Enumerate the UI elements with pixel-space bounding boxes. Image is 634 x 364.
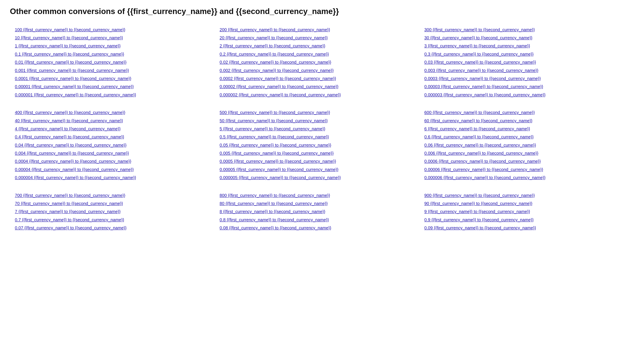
link-item[interactable]: 100 {{first_currency_name}} to {{second_… — [15, 26, 210, 34]
link-item[interactable]: 0.00004 {{first_currency_name}} to {{sec… — [15, 166, 210, 174]
link-item[interactable]: 0.00003 {{first_currency_name}} to {{sec… — [424, 82, 619, 91]
column-2-2: 500 {{first_currency_name}} to {{second_… — [215, 107, 419, 185]
link-item[interactable]: 200 {{first_currency_name}} to {{second_… — [220, 26, 414, 34]
column-1-1: 100 {{first_currency_name}} to {{second_… — [10, 24, 215, 102]
link-item[interactable]: 0.1 {{first_currency_name}} to {{second_… — [15, 50, 210, 58]
link-item[interactable]: 0.0004 {{first_currency_name}} to {{seco… — [15, 157, 210, 165]
link-item[interactable]: 8 {{first_currency_name}} to {{second_cu… — [220, 208, 414, 216]
link-item[interactable]: 0.09 {{first_currency_name}} to {{second… — [424, 224, 619, 232]
column-2-3: 600 {{first_currency_name}} to {{second_… — [419, 107, 624, 185]
link-item[interactable]: 0.000006 {{first_currency_name}} to {{se… — [424, 174, 619, 182]
link-item[interactable]: 0.5 {{first_currency_name}} to {{second_… — [220, 133, 414, 141]
link-item[interactable]: 50 {{first_currency_name}} to {{second_c… — [220, 117, 414, 125]
link-item[interactable]: 6 {{first_currency_name}} to {{second_cu… — [424, 125, 619, 133]
link-item[interactable]: 700 {{first_currency_name}} to {{second_… — [15, 192, 210, 200]
link-item[interactable]: 2 {{first_currency_name}} to {{second_cu… — [220, 42, 414, 50]
link-item[interactable]: 4 {{first_currency_name}} to {{second_cu… — [15, 125, 210, 133]
link-item[interactable]: 0.0001 {{first_currency_name}} to {{seco… — [15, 74, 210, 82]
link-item[interactable]: 500 {{first_currency_name}} to {{second_… — [220, 108, 414, 116]
link-item[interactable]: 0.3 {{first_currency_name}} to {{second_… — [424, 50, 619, 58]
column-1-3: 300 {{first_currency_name}} to {{second_… — [419, 24, 624, 102]
link-item[interactable]: 0.01 {{first_currency_name}} to {{second… — [15, 58, 210, 66]
link-item[interactable]: 300 {{first_currency_name}} to {{second_… — [424, 26, 619, 34]
link-item[interactable]: 0.04 {{first_currency_name}} to {{second… — [15, 141, 210, 149]
section-1: 100 {{first_currency_name}} to {{second_… — [10, 24, 624, 102]
link-item[interactable]: 0.02 {{first_currency_name}} to {{second… — [220, 58, 414, 66]
link-item[interactable]: 5 {{first_currency_name}} to {{second_cu… — [220, 125, 414, 133]
link-item[interactable]: 400 {{first_currency_name}} to {{second_… — [15, 108, 210, 116]
link-item[interactable]: 1 {{first_currency_name}} to {{second_cu… — [15, 42, 210, 50]
link-item[interactable]: 0.8 {{first_currency_name}} to {{second_… — [220, 216, 414, 224]
link-item[interactable]: 0.6 {{first_currency_name}} to {{second_… — [424, 133, 619, 141]
link-item[interactable]: 800 {{first_currency_name}} to {{second_… — [220, 192, 414, 200]
link-item[interactable]: 0.0002 {{first_currency_name}} to {{seco… — [220, 74, 414, 82]
link-item[interactable]: 7 {{first_currency_name}} to {{second_cu… — [15, 208, 210, 216]
link-item[interactable]: 0.001 {{first_currency_name}} to {{secon… — [15, 66, 210, 74]
link-item[interactable]: 90 {{first_currency_name}} to {{second_c… — [424, 200, 619, 208]
link-item[interactable]: 0.7 {{first_currency_name}} to {{second_… — [15, 216, 210, 224]
page-title: Other common conversions of {{first_curr… — [10, 6, 624, 16]
section-2: 400 {{first_currency_name}} to {{second_… — [10, 107, 624, 185]
link-item[interactable]: 0.000005 {{first_currency_name}} to {{se… — [220, 174, 414, 182]
link-item[interactable]: 600 {{first_currency_name}} to {{second_… — [424, 108, 619, 116]
column-3-1: 700 {{first_currency_name}} to {{second_… — [10, 190, 215, 236]
link-item[interactable]: 10 {{first_currency_name}} to {{second_c… — [15, 34, 210, 42]
link-item[interactable]: 3 {{first_currency_name}} to {{second_cu… — [424, 42, 619, 50]
link-item[interactable]: 0.08 {{first_currency_name}} to {{second… — [220, 224, 414, 232]
link-item[interactable]: 0.002 {{first_currency_name}} to {{secon… — [220, 66, 414, 74]
column-1-2: 200 {{first_currency_name}} to {{second_… — [215, 24, 419, 102]
link-item[interactable]: 0.00005 {{first_currency_name}} to {{sec… — [220, 166, 414, 174]
link-item[interactable]: 60 {{first_currency_name}} to {{second_c… — [424, 117, 619, 125]
link-item[interactable]: 0.000001 {{first_currency_name}} to {{se… — [15, 91, 210, 99]
link-item[interactable]: 0.07 {{first_currency_name}} to {{second… — [15, 224, 210, 232]
link-item[interactable]: 0.0003 {{first_currency_name}} to {{seco… — [424, 74, 619, 82]
column-3-2: 800 {{first_currency_name}} to {{second_… — [215, 190, 419, 236]
link-item[interactable]: 0.9 {{first_currency_name}} to {{second_… — [424, 216, 619, 224]
link-item[interactable]: 0.000003 {{first_currency_name}} to {{se… — [424, 91, 619, 99]
link-item[interactable]: 30 {{first_currency_name}} to {{second_c… — [424, 34, 619, 42]
column-3-3: 900 {{first_currency_name}} to {{second_… — [419, 190, 624, 236]
section-3: 700 {{first_currency_name}} to {{second_… — [10, 190, 624, 236]
column-2-1: 400 {{first_currency_name}} to {{second_… — [10, 107, 215, 185]
link-item[interactable]: 0.00006 {{first_currency_name}} to {{sec… — [424, 166, 619, 174]
link-item[interactable]: 0.00001 {{first_currency_name}} to {{sec… — [15, 82, 210, 91]
link-item[interactable]: 0.2 {{first_currency_name}} to {{second_… — [220, 50, 414, 58]
link-item[interactable]: 0.4 {{first_currency_name}} to {{second_… — [15, 133, 210, 141]
link-item[interactable]: 0.05 {{first_currency_name}} to {{second… — [220, 141, 414, 149]
link-item[interactable]: 0.06 {{first_currency_name}} to {{second… — [424, 141, 619, 149]
link-item[interactable]: 0.000002 {{first_currency_name}} to {{se… — [220, 91, 414, 99]
link-item[interactable]: 0.006 {{first_currency_name}} to {{secon… — [424, 149, 619, 157]
link-item[interactable]: 70 {{first_currency_name}} to {{second_c… — [15, 200, 210, 208]
sections-container: 100 {{first_currency_name}} to {{second_… — [10, 24, 624, 236]
link-item[interactable]: 0.000004 {{first_currency_name}} to {{se… — [15, 174, 210, 182]
link-item[interactable]: 0.005 {{first_currency_name}} to {{secon… — [220, 149, 414, 157]
link-item[interactable]: 0.03 {{first_currency_name}} to {{second… — [424, 58, 619, 66]
link-item[interactable]: 9 {{first_currency_name}} to {{second_cu… — [424, 208, 619, 216]
link-item[interactable]: 0.004 {{first_currency_name}} to {{secon… — [15, 149, 210, 157]
link-item[interactable]: 80 {{first_currency_name}} to {{second_c… — [220, 200, 414, 208]
link-item[interactable]: 0.0005 {{first_currency_name}} to {{seco… — [220, 157, 414, 165]
link-item[interactable]: 0.0006 {{first_currency_name}} to {{seco… — [424, 157, 619, 165]
link-item[interactable]: 0.00002 {{first_currency_name}} to {{sec… — [220, 82, 414, 91]
link-item[interactable]: 0.003 {{first_currency_name}} to {{secon… — [424, 66, 619, 74]
link-item[interactable]: 900 {{first_currency_name}} to {{second_… — [424, 192, 619, 200]
link-item[interactable]: 20 {{first_currency_name}} to {{second_c… — [220, 34, 414, 42]
link-item[interactable]: 40 {{first_currency_name}} to {{second_c… — [15, 117, 210, 125]
